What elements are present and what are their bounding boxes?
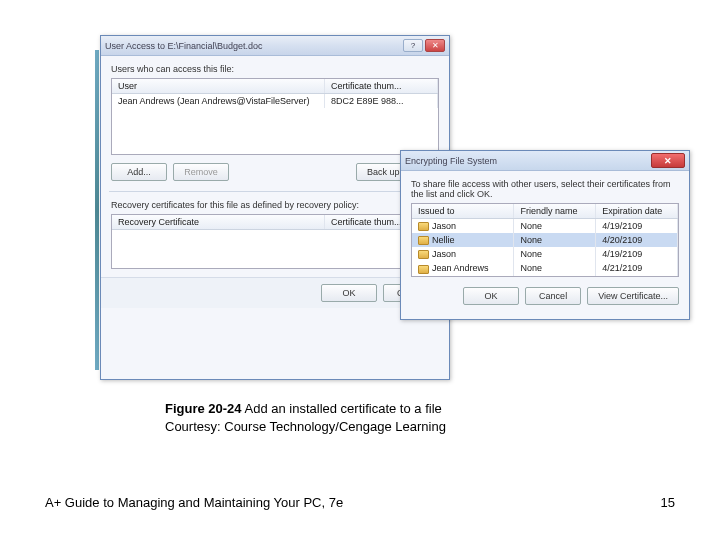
user-name-cell: Jean Andrews (Jean Andrews@VistaFileServ… [112,94,325,108]
efs-titlebar[interactable]: Encrypting File System ✕ [401,151,689,171]
cert-row[interactable]: NellieNone4/20/2109 [412,233,678,247]
book-title-footer: A+ Guide to Managing and Maintaining You… [45,495,343,510]
efs-cancel-button[interactable]: Cancel [525,287,581,305]
efs-instruction: To share file access with other users, s… [411,179,679,199]
decorative-left-strip [95,50,99,370]
col-friendly[interactable]: Friendly name [514,204,596,218]
remove-button[interactable]: Remove [173,163,229,181]
efs-close-button[interactable]: ✕ [651,153,685,168]
users-listbox[interactable]: User Certificate thum... Jean Andrews (J… [111,78,439,155]
user-access-titlebar[interactable]: User Access to E:\Financial\Budget.doc ?… [101,36,449,56]
col-user[interactable]: User [112,79,325,93]
cert-row[interactable]: JasonNone4/19/2109 [412,247,678,261]
ok-button[interactable]: OK [321,284,377,302]
certificate-icon [418,265,429,274]
user-access-title: User Access to E:\Financial\Budget.doc [105,41,263,51]
col-expire[interactable]: Expiration date [596,204,678,218]
col-issued[interactable]: Issued to [412,204,514,218]
view-certificate-button[interactable]: View Certificate... [587,287,679,305]
certificate-icon [418,222,429,231]
figure-caption: Figure 20-24 Add an installed certificat… [165,400,446,435]
cert-row[interactable]: Jean AndrewsNone4/21/2109 [412,261,678,275]
user-cert-cell: 8DC2 E89E 988... [325,94,438,108]
efs-dialog: Encrypting File System ✕ To share file a… [400,150,690,320]
efs-ok-button[interactable]: OK [463,287,519,305]
recovery-listbox[interactable]: Recovery Certificate Certificate thum... [111,214,439,269]
recovery-label: Recovery certificates for this file as d… [111,200,439,210]
users-label: Users who can access this file: [111,64,439,74]
user-access-dialog: User Access to E:\Financial\Budget.doc ?… [100,35,450,380]
col-recovery[interactable]: Recovery Certificate [112,215,325,229]
help-button[interactable]: ? [403,39,423,52]
figure-courtesy: Courtesy: Course Technology/Cengage Lear… [165,419,446,434]
certificate-icon [418,250,429,259]
figure-text: Add an installed certificate to a file [242,401,442,416]
page-number: 15 [661,495,675,510]
user-row[interactable]: Jean Andrews (Jean Andrews@VistaFileServ… [112,94,438,108]
figure-number: Figure 20-24 [165,401,242,416]
add-button[interactable]: Add... [111,163,167,181]
cert-row[interactable]: JasonNone4/19/2109 [412,219,678,233]
certificate-icon [418,236,429,245]
col-cert[interactable]: Certificate thum... [325,79,438,93]
efs-title: Encrypting File System [405,156,497,166]
efs-cert-listbox[interactable]: Issued to Friendly name Expiration date … [411,203,679,277]
close-button[interactable]: ✕ [425,39,445,52]
